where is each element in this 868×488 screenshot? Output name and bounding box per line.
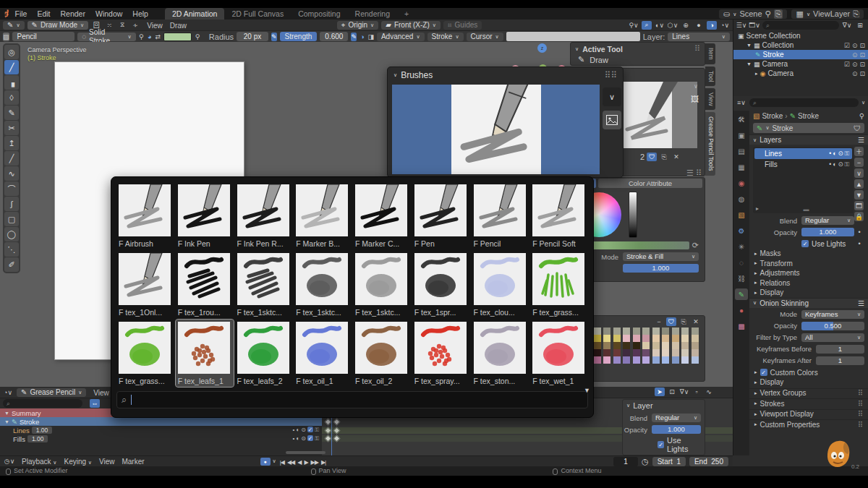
end-frame-field[interactable]: End 250 bbox=[689, 457, 728, 466]
drag-dots-icon[interactable]: ⠿ bbox=[694, 44, 700, 53]
brush-item[interactable]: F tex_grass... bbox=[116, 320, 174, 387]
palette-swatch[interactable] bbox=[692, 328, 699, 335]
palette-swatch[interactable] bbox=[692, 349, 699, 356]
brush-item[interactable]: F Pencil bbox=[472, 182, 529, 249]
display-mode-icon[interactable]: 🗔∨ bbox=[749, 21, 760, 30]
palette-swatch[interactable] bbox=[642, 356, 650, 364]
palette-swatch[interactable] bbox=[652, 342, 660, 349]
brush-item[interactable]: F Marker B... bbox=[294, 182, 352, 249]
timeline-menu-marker[interactable]: Marker bbox=[118, 458, 148, 466]
brush-search-field[interactable]: ⌕ bbox=[116, 391, 588, 408]
palette-swatch[interactable] bbox=[662, 342, 669, 349]
tool-arc[interactable]: ⌒ bbox=[4, 181, 19, 196]
properties-options-icon[interactable]: ∨ bbox=[861, 100, 865, 106]
dopesheet-mode-dropdown[interactable]: ✎Grease Pencil∨ bbox=[17, 388, 86, 397]
onion-display-panel[interactable]: ▸Display bbox=[749, 377, 868, 388]
palette-swatch[interactable] bbox=[692, 342, 699, 349]
brush-item[interactable]: F tex_1rou... bbox=[176, 251, 234, 318]
unlink-icon[interactable]: ✕ bbox=[691, 317, 701, 326]
props-tab-texture[interactable]: ▩ bbox=[735, 320, 748, 332]
check-icon[interactable]: ☑ bbox=[844, 42, 850, 49]
gp-layer-row[interactable]: Fills•◐⊙⚿ bbox=[754, 159, 852, 170]
eye-icon[interactable]: ⊙ bbox=[838, 160, 843, 168]
plus-button[interactable]: ＋ bbox=[854, 147, 864, 156]
kf-after-field[interactable]: 1 bbox=[816, 356, 864, 365]
props-tab-world[interactable]: ◍ bbox=[735, 193, 748, 205]
current-frame-field[interactable]: 1 bbox=[613, 457, 638, 466]
dot-icon[interactable]: ▫ bbox=[692, 388, 702, 396]
props-tab-modifiers[interactable]: ⚙ bbox=[735, 225, 748, 236]
tool-curve[interactable]: ∫ bbox=[4, 197, 19, 211]
timeline-menu-playback[interactable]: Playback ∨ bbox=[18, 458, 60, 466]
camera-icon[interactable]: ⊡ bbox=[859, 42, 865, 49]
opacity-slider[interactable]: 1.000 bbox=[652, 425, 701, 434]
start-frame-field[interactable]: Start 1 bbox=[652, 457, 686, 466]
layers-panel-header[interactable]: ∨Layers☰ bbox=[749, 134, 868, 145]
timeline-menu-view[interactable]: View bbox=[95, 458, 119, 466]
material-preview-icon[interactable]: ◕ bbox=[147, 33, 152, 41]
panel-transform[interactable]: ▸Transform bbox=[749, 259, 868, 269]
new-scene-icon[interactable]: ⎘ bbox=[774, 9, 783, 19]
proportional-edit-icon[interactable]: ◐∨ bbox=[655, 21, 665, 30]
palette-swatch[interactable] bbox=[662, 328, 669, 335]
props-tab-output[interactable]: ▤ bbox=[735, 145, 748, 157]
custom-colors-panel[interactable]: ▸✓Custom Colors bbox=[749, 368, 868, 378]
props-tab-physics[interactable]: ◌ bbox=[735, 257, 748, 268]
auto-key-button[interactable]: ● bbox=[260, 458, 271, 466]
onion-mode-dropdown[interactable]: Keyframes∨ bbox=[801, 310, 864, 319]
pin-icon[interactable]: ⚲ bbox=[859, 112, 864, 120]
xray-icon[interactable]: ● bbox=[694, 21, 704, 30]
eye-icon[interactable]: ⊙ bbox=[852, 70, 858, 77]
animate-dot-icon[interactable]: • bbox=[854, 228, 864, 236]
brush-thumbnail-icon[interactable]: ▨ bbox=[3, 33, 9, 41]
props-tab-object-data[interactable]: ✎ bbox=[735, 288, 748, 300]
palette-swatch[interactable] bbox=[613, 328, 621, 335]
brush-item[interactable]: F tex_1spr... bbox=[412, 251, 470, 318]
palette-swatch[interactable] bbox=[633, 335, 640, 342]
blender-logo[interactable]: 🮲 bbox=[4, 9, 9, 18]
brush-item[interactable]: F tex_oil_2 bbox=[353, 320, 411, 387]
panel-display[interactable]: ▸Display bbox=[749, 288, 868, 298]
panel-strokes[interactable]: ▸Strokes⠿ bbox=[749, 398, 868, 408]
palette-swatch[interactable] bbox=[623, 342, 630, 349]
palette-swatch[interactable] bbox=[613, 356, 621, 364]
tool-erase[interactable]: ◊ bbox=[4, 90, 19, 105]
panel-relations[interactable]: ▸Relations bbox=[749, 278, 868, 288]
sidebar-tab-grease-pencil-tools[interactable]: Grease Pencil Tools bbox=[705, 112, 715, 175]
chevron-icon[interactable]: ∨ bbox=[694, 83, 698, 90]
brush-select-chevron-button[interactable]: ∨ bbox=[603, 87, 621, 106]
radius-pressure-icon[interactable]: ✎ bbox=[271, 33, 277, 41]
kf-before-field[interactable]: 1 bbox=[816, 345, 864, 354]
menu-icon[interactable]: ☰ bbox=[858, 136, 864, 144]
gp-layer-row[interactable]: Lines•◐⊙⚿ bbox=[754, 148, 852, 159]
palette-swatch[interactable] bbox=[652, 349, 660, 356]
image-icon[interactable]: 🖼 bbox=[691, 95, 699, 103]
brush-item[interactable]: F tex_spray... bbox=[412, 320, 470, 387]
refresh-icon[interactable]: ⟳ bbox=[692, 241, 699, 250]
palette-swatch[interactable] bbox=[662, 356, 669, 364]
onion-opacity-slider[interactable]: 0.500 bbox=[801, 322, 864, 330]
menu-file[interactable]: File bbox=[10, 9, 33, 18]
menu-help[interactable]: Help bbox=[127, 9, 153, 18]
props-tab-constraints[interactable]: ⛓ bbox=[735, 273, 748, 284]
use-lights-checkbox[interactable]: ✓Use Lights bbox=[623, 435, 705, 453]
timeline-menu-keying[interactable]: Keying ∨ bbox=[60, 458, 95, 466]
palette-swatch[interactable] bbox=[652, 328, 660, 335]
minus-button[interactable]: − bbox=[854, 158, 864, 167]
palette-swatch[interactable] bbox=[603, 328, 610, 335]
gizmo-z-axis[interactable]: z bbox=[537, 43, 547, 53]
mask-icon[interactable]: ◐ bbox=[833, 160, 836, 168]
viewlayer-selector[interactable]: ▦∨ViewLayer⎘ bbox=[791, 9, 864, 19]
eye-icon[interactable]: ⊙ bbox=[838, 150, 843, 158]
header-light-field[interactable] bbox=[506, 32, 640, 41]
brush-item[interactable]: F tex_grass... bbox=[530, 251, 588, 318]
properties-editor-icon[interactable]: ≡∨ bbox=[736, 98, 746, 107]
palette-pin-icon[interactable]: ⚲ bbox=[195, 33, 200, 41]
brush-item[interactable]: F tex_wet_1 bbox=[530, 320, 588, 387]
toggle-icon[interactable]: ⇔ bbox=[90, 399, 100, 408]
brush-item[interactable]: F tex_1sktc... bbox=[294, 251, 352, 318]
camera-icon[interactable]: ⊡ bbox=[859, 61, 865, 68]
panel-custom-properties[interactable]: ▸Custom Properties⠿ bbox=[749, 419, 868, 429]
lock-icon[interactable]: ⚿ bbox=[845, 150, 849, 158]
filter-funnel-icon[interactable]: ∇∨ bbox=[679, 388, 689, 396]
